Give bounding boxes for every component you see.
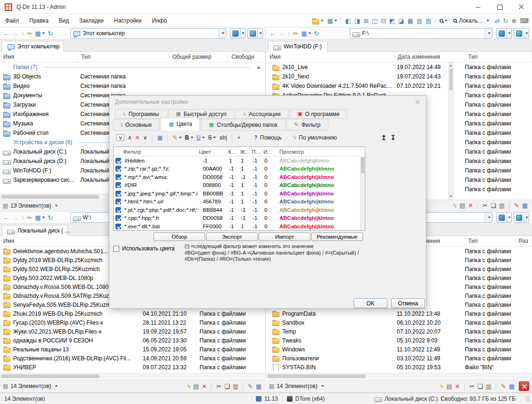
nav-icon[interactable]: ✏ bbox=[26, 212, 34, 223]
dialog-tool-icon[interactable]: B bbox=[184, 132, 195, 143]
search-dropdown[interactable] bbox=[438, 16, 449, 26]
dialog-tool-icon[interactable]: + bbox=[236, 132, 242, 143]
panel-tool-icon[interactable]: │ bbox=[506, 201, 513, 211]
row-checkbox[interactable] bbox=[116, 174, 121, 180]
scrollbar-thumb[interactable] bbox=[1, 195, 100, 199]
dialog-tool-icon[interactable]: ✕ bbox=[134, 132, 141, 143]
default-button[interactable]: ϟПо умолчанию bbox=[290, 132, 340, 143]
filter-row[interactable]: *.exe;*.dll;*.bat FF0000 -1 1 -1 0 ABCab… bbox=[114, 222, 360, 231]
column-header-filter[interactable]: Фильтр bbox=[114, 147, 197, 156]
nav-icon[interactable]: ↑ bbox=[20, 212, 26, 223]
nav-icon[interactable]: ↑ bbox=[20, 28, 26, 39]
panel-tool-icon[interactable]: ✎ bbox=[513, 201, 521, 211]
action-button[interactable]: Импорт bbox=[259, 233, 310, 241]
dialog-tab[interactable]: ✎Фильтр bbox=[286, 119, 329, 131]
column-header-color[interactable]: Цвет bbox=[197, 147, 226, 156]
item-count-dropdown[interactable]: ▤14 Элемент(ов) bbox=[0, 383, 58, 389]
use-colors-checkbox[interactable] bbox=[113, 246, 119, 252]
row-checkbox[interactable] bbox=[116, 182, 121, 188]
action-button[interactable]: Рекомендуемые bbox=[311, 233, 363, 241]
scroll-down-icon[interactable] bbox=[449, 195, 452, 198]
locale-dropdown[interactable]: Локаль... bbox=[450, 16, 493, 26]
pane-layout-icon[interactable]: ◧ bbox=[344, 16, 352, 26]
filter-row[interactable]: *.html;*.htm;*.url 456789 -1 1 -1 0 ABCa… bbox=[114, 198, 360, 206]
toolbar-icon[interactable]: ⇄ bbox=[493, 16, 501, 26]
column-header-name[interactable]: Имя bbox=[266, 52, 394, 62]
split-dropdown[interactable] bbox=[524, 213, 529, 222]
panel-tool-icon[interactable]: │ bbox=[208, 381, 215, 391]
nav-icon[interactable]: ← bbox=[268, 28, 277, 39]
nav-icon[interactable]: ▦ bbox=[300, 28, 312, 39]
move-bottom-icon[interactable]: ↧ bbox=[390, 134, 396, 141]
nav-icon[interactable]: → bbox=[11, 212, 20, 223]
dialog-tool-icon[interactable]: │ bbox=[164, 132, 171, 143]
panel-tool-icon[interactable]: ▥ bbox=[497, 201, 506, 211]
pane-layout-icon[interactable]: ◫ bbox=[370, 16, 379, 26]
address-combo[interactable]: F:\ bbox=[350, 28, 493, 39]
panel-tool-icon[interactable]: ❏ bbox=[489, 201, 498, 211]
dialog-tool-icon[interactable]: U bbox=[195, 132, 207, 143]
menu-item[interactable]: Инфо bbox=[147, 14, 172, 27]
filter-row[interactable]: *.cpp;*.hpp;*.h DD0058 -1 -1 -1 0 ABCabc… bbox=[114, 214, 360, 223]
panel-tool-icon[interactable]: ✎ bbox=[247, 381, 254, 391]
split-dropdown[interactable] bbox=[506, 213, 512, 222]
file-row[interactable]: Гусар.(2020).WEBRip.(AVC).Files-x 28.11.… bbox=[0, 318, 265, 327]
panel-tool-icon[interactable]: ▥ bbox=[231, 381, 239, 391]
pane-color-split-button[interactable] bbox=[247, 28, 263, 39]
address-dropdown-button[interactable] bbox=[485, 213, 492, 222]
toolbar-icon[interactable]: ↻ bbox=[501, 16, 509, 26]
panel-tool-icon[interactable]: ▤ bbox=[192, 381, 200, 391]
horizontal-scrollbar[interactable] bbox=[266, 373, 532, 379]
pane-layout-icon[interactable]: ▥ bbox=[415, 16, 424, 26]
scrollbar-thumb[interactable] bbox=[267, 374, 366, 378]
nav-icon[interactable]: ▦ bbox=[33, 28, 46, 39]
row-checkbox[interactable] bbox=[116, 224, 121, 229]
panel-tool-icon[interactable]: ✕ bbox=[454, 381, 462, 391]
file-row[interactable]: Sandbox 06.10.2022 10:20 Папка с файлами bbox=[266, 318, 532, 327]
panel-tool-icon[interactable]: ❏ bbox=[223, 381, 231, 391]
nav-icon[interactable]: ↑ bbox=[286, 28, 292, 39]
pane-layout-icon[interactable]: ▦ bbox=[406, 16, 415, 26]
group-collapse-icon[interactable] bbox=[257, 66, 261, 69]
column-header-date[interactable]: Дата изменения bbox=[394, 52, 465, 62]
column-header-p[interactable]: П... bbox=[250, 147, 262, 156]
dialog-tab[interactable]: ▦Столбцы/Дерево папок bbox=[201, 119, 285, 131]
tab-wintohdd[interactable]: WinToHDD (F:) bbox=[268, 41, 327, 52]
dialog-tab[interactable]: ϟПрограммы bbox=[115, 109, 167, 119]
close-button[interactable] bbox=[510, 0, 532, 14]
pane-layout-split-button[interactable] bbox=[230, 28, 246, 39]
column-header-i[interactable]: И... bbox=[262, 147, 273, 156]
nav-icon[interactable]: → bbox=[277, 28, 286, 39]
open-folder-dropdown[interactable] bbox=[310, 16, 325, 26]
panel-tool-icon[interactable]: ϟ bbox=[439, 381, 445, 391]
horizontal-scrollbar[interactable] bbox=[0, 373, 265, 379]
file-row[interactable]: Реальные пацаны-13 15.09.2022 19:05 Папк… bbox=[0, 345, 265, 354]
file-row[interactable]: 2k10_Next 19.07.2022 14:43 Папка с файла… bbox=[266, 72, 532, 81]
column-header-free[interactable]: Свободн bbox=[228, 52, 265, 62]
pane-layout-icon[interactable]: ▤ bbox=[424, 16, 432, 26]
panel-tool-icon[interactable]: ✂ bbox=[468, 381, 476, 391]
dialog-tool-icon[interactable]: ∧ bbox=[126, 132, 133, 143]
pane-layout-icon[interactable]: ⊞ bbox=[362, 16, 370, 26]
toolbar-icon[interactable]: ⊕ bbox=[510, 16, 518, 26]
split-dropdown[interactable] bbox=[506, 29, 512, 38]
panel-tool-icon[interactable]: │ bbox=[462, 381, 468, 391]
tab-this-computer[interactable]: Этот компьютер bbox=[2, 41, 64, 52]
panel-tool-icon[interactable]: ▤ bbox=[445, 381, 453, 391]
file-row[interactable]: Родственнички.(2016).WEB-DLRip.(AVC).Fil… bbox=[0, 354, 265, 363]
file-row[interactable]: Видео Системная папка bbox=[0, 81, 265, 91]
file-row[interactable]: однажды в РОССИИ 9 СЕЗОН 06.05.2022 13:3… bbox=[0, 336, 265, 345]
dialog-tab[interactable]: iОсновные bbox=[113, 119, 160, 131]
views-dropdown[interactable]: ▦ bbox=[326, 16, 339, 26]
dialog-tool-icon[interactable]: S bbox=[207, 132, 217, 143]
menu-item[interactable]: Правка bbox=[24, 14, 54, 27]
menu-item[interactable]: Файл bbox=[0, 14, 24, 27]
use-colors-option[interactable]: Использовать цвета bbox=[113, 245, 175, 252]
column-header-zh[interactable]: Ж... bbox=[238, 147, 250, 156]
row-checkbox[interactable] bbox=[116, 166, 121, 171]
menu-item[interactable]: Настройки bbox=[109, 14, 147, 27]
panel-tool-icon[interactable]: ϟ bbox=[452, 201, 458, 211]
column-header-type[interactable]: Тип bbox=[78, 52, 169, 62]
file-row[interactable]: Жуки.s02.2021.WEB-DLRip.Files-x 19.09.20… bbox=[0, 327, 265, 336]
column-header-size[interactable]: Раз bbox=[516, 236, 532, 246]
